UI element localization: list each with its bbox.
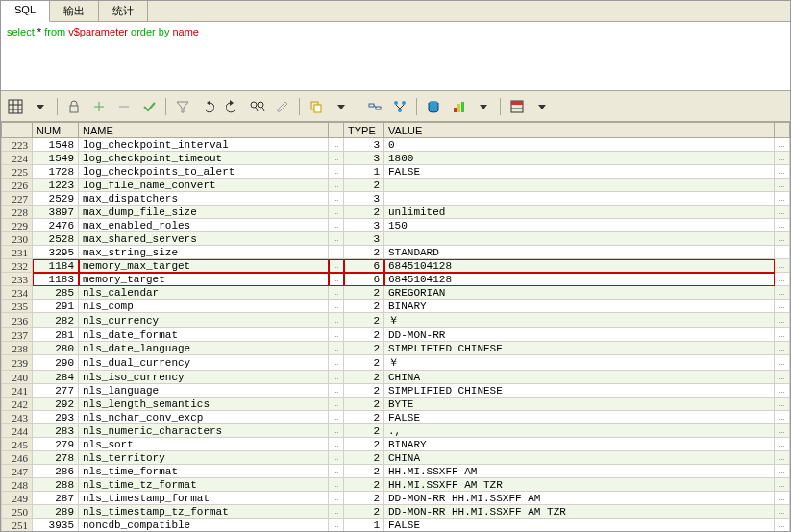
ellipsis-button[interactable]: … — [329, 138, 344, 152]
row-number[interactable]: 228 — [2, 206, 33, 219]
cell-name[interactable]: log_checkpoint_interval — [79, 138, 329, 152]
ellipsis-button[interactable]: … — [775, 328, 790, 342]
ellipsis-button[interactable]: … — [329, 246, 344, 259]
table-row[interactable]: 2302528max_shared_servers…3… — [2, 232, 790, 246]
header-type[interactable]: TYPE — [344, 123, 384, 138]
cell-type[interactable]: 3 — [344, 232, 384, 246]
table-row[interactable]: 2231548log_checkpoint_interval…30… — [2, 138, 790, 152]
cell-num[interactable]: 3935 — [33, 519, 79, 532]
dropdown-icon[interactable] — [30, 96, 51, 117]
ellipsis-button[interactable]: … — [775, 232, 790, 246]
table-row[interactable]: 248288nls_time_tz_format…2HH.MI.SSXFF AM… — [2, 478, 790, 492]
cell-value[interactable]: STANDARD — [384, 246, 775, 259]
tab-sql[interactable]: SQL — [1, 1, 50, 22]
find-icon[interactable] — [247, 96, 268, 117]
table-row[interactable]: 240284nls_iso_currency…2CHINA… — [2, 371, 790, 384]
cell-num[interactable]: 284 — [33, 371, 79, 384]
ellipsis-button[interactable]: … — [775, 300, 790, 313]
cell-type[interactable]: 3 — [344, 138, 384, 152]
row-number[interactable]: 237 — [2, 328, 33, 342]
cell-value[interactable]: 6845104128 — [384, 259, 775, 273]
ellipsis-button[interactable]: … — [329, 424, 344, 438]
row-number[interactable]: 236 — [2, 313, 33, 328]
cell-name[interactable]: nls_length_semantics — [79, 398, 329, 411]
cell-num[interactable]: 1548 — [33, 138, 79, 152]
ellipsis-button[interactable]: … — [775, 478, 790, 492]
cell-num[interactable]: 3897 — [33, 206, 79, 219]
cell-value[interactable] — [384, 232, 775, 246]
cell-value[interactable]: ￥ — [384, 313, 775, 328]
cell-type[interactable]: 2 — [344, 384, 384, 398]
ellipsis-button[interactable]: … — [775, 424, 790, 438]
row-number[interactable]: 225 — [2, 165, 33, 179]
cell-name[interactable]: nls_territory — [79, 451, 329, 465]
row-number[interactable]: 235 — [2, 300, 33, 313]
cell-value[interactable]: SIMPLIFIED CHINESE — [384, 384, 775, 398]
cell-type[interactable]: 1 — [344, 165, 384, 179]
ellipsis-button[interactable]: … — [329, 328, 344, 342]
header-name[interactable]: NAME — [79, 123, 329, 138]
link-icon[interactable] — [364, 96, 385, 117]
cell-name[interactable]: max_dump_file_size — [79, 206, 329, 219]
cell-num[interactable]: 286 — [33, 465, 79, 478]
cell-name[interactable]: max_enabled_roles — [79, 219, 329, 232]
cell-name[interactable]: nls_dual_currency — [79, 355, 329, 371]
add-icon[interactable] — [88, 96, 110, 117]
ellipsis-button[interactable]: … — [329, 165, 344, 179]
cell-name[interactable]: nls_language — [79, 384, 329, 398]
cell-num[interactable]: 2528 — [33, 232, 79, 246]
cell-type[interactable]: 2 — [344, 300, 384, 313]
ellipsis-button[interactable]: … — [329, 286, 344, 300]
cell-value[interactable]: BINARY — [384, 300, 775, 313]
cell-value[interactable]: FALSE — [384, 519, 775, 532]
remove-icon[interactable] — [113, 96, 135, 117]
cell-type[interactable]: 2 — [344, 438, 384, 451]
table-row[interactable]: 246278nls_territory…2CHINA… — [2, 451, 790, 465]
cell-name[interactable]: nls_comp — [79, 300, 329, 313]
dropdown-icon[interactable] — [473, 96, 494, 117]
cell-type[interactable]: 3 — [344, 192, 384, 206]
cell-num[interactable]: 280 — [33, 342, 79, 355]
row-number[interactable]: 240 — [2, 371, 33, 384]
ellipsis-button[interactable]: … — [329, 371, 344, 384]
cell-name[interactable]: nls_date_language — [79, 342, 329, 355]
table-color-icon[interactable] — [507, 96, 528, 117]
cell-type[interactable]: 2 — [344, 313, 384, 328]
row-number[interactable]: 241 — [2, 384, 33, 398]
cell-type[interactable]: 3 — [344, 152, 384, 165]
ellipsis-button[interactable]: … — [775, 519, 790, 532]
cell-type[interactable]: 2 — [344, 465, 384, 478]
ellipsis-button[interactable]: … — [775, 246, 790, 259]
row-number[interactable]: 246 — [2, 451, 33, 465]
ellipsis-button[interactable]: … — [775, 492, 790, 505]
row-number[interactable]: 238 — [2, 342, 33, 355]
cell-type[interactable]: 6 — [344, 273, 384, 286]
cell-num[interactable]: 291 — [33, 300, 79, 313]
table-row[interactable]: 2292476max_enabled_roles…3150… — [2, 219, 790, 232]
cell-value[interactable]: CHINA — [384, 451, 775, 465]
ellipsis-button[interactable]: … — [775, 438, 790, 451]
cell-name[interactable]: max_shared_servers — [79, 232, 329, 246]
cell-name[interactable]: noncdb_compatible — [79, 519, 329, 532]
cell-value[interactable]: ., — [384, 424, 775, 438]
cell-num[interactable]: 285 — [33, 286, 79, 300]
ellipsis-button[interactable]: … — [329, 505, 344, 519]
tree-icon[interactable] — [389, 96, 410, 117]
ellipsis-button[interactable]: … — [329, 300, 344, 313]
cell-name[interactable]: nls_date_format — [79, 328, 329, 342]
row-number[interactable]: 247 — [2, 465, 33, 478]
check-icon[interactable] — [138, 96, 160, 117]
cell-name[interactable]: nls_timestamp_format — [79, 492, 329, 505]
table-row[interactable]: 242292nls_length_semantics…2BYTE… — [2, 398, 790, 411]
cell-name[interactable]: memory_max_target — [79, 259, 329, 273]
table-row[interactable]: 2251728log_checkpoints_to_alert…1FALSE… — [2, 165, 790, 179]
ellipsis-button[interactable]: … — [329, 478, 344, 492]
table-row[interactable]: 2241549log_checkpoint_timeout…31800… — [2, 152, 790, 165]
cell-value[interactable]: 6845104128 — [384, 273, 775, 286]
ellipsis-button[interactable]: … — [775, 371, 790, 384]
edit-icon[interactable] — [272, 96, 293, 117]
cell-name[interactable]: memory_target — [79, 273, 329, 286]
ellipsis-button[interactable]: … — [775, 505, 790, 519]
cell-name[interactable]: nls_time_tz_format — [79, 478, 329, 492]
ellipsis-button[interactable]: … — [775, 355, 790, 371]
